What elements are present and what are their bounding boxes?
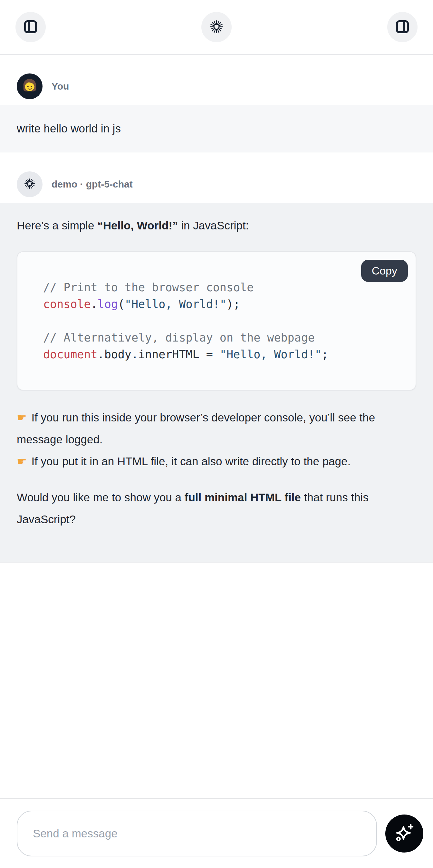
user-sender-label: You <box>52 81 69 92</box>
point-right-icon: ☛ <box>17 455 27 467</box>
composer-bar <box>0 798 433 868</box>
user-message-body: write hello world in js <box>0 105 433 152</box>
chat-scroll-spacer <box>0 563 433 798</box>
user-message-text: write hello world in js <box>17 122 121 135</box>
assistant-message-header: demo · gpt-5-chat <box>0 152 433 203</box>
code-line <box>43 313 390 329</box>
code-block: Copy // Print to the browser consolecons… <box>17 251 416 391</box>
person-emoji-icon <box>21 77 39 96</box>
assistant-message-body: Here’s a simple “Hello, World!” in JavaS… <box>0 203 433 563</box>
code-line: document.body.innerHTML = "Hello, World!… <box>43 346 390 363</box>
code-line: // Print to the browser console <box>43 279 390 296</box>
code-lines: // Print to the browser consoleconsole.l… <box>43 279 390 363</box>
sparkle-plus-icon <box>394 823 415 844</box>
starburst-icon <box>209 19 224 36</box>
note-line: ☛If you run this inside your browser’s d… <box>17 407 416 451</box>
panel-left-icon <box>23 19 38 35</box>
copy-code-button[interactable]: Copy <box>361 260 408 282</box>
note-text: If you run this inside your browser’s de… <box>17 411 375 445</box>
user-message-header: You <box>0 55 433 105</box>
assistant-question-text: Would you like me to show you a full min… <box>17 487 416 530</box>
message-input[interactable] <box>17 811 377 857</box>
point-right-icon: ☛ <box>17 411 27 424</box>
code-line: console.log("Hello, World!"); <box>43 296 390 313</box>
app-logo-button[interactable] <box>202 12 231 42</box>
assistant-intro-text: Here’s a simple “Hello, World!” in JavaS… <box>17 215 416 237</box>
panel-right-icon <box>395 19 410 35</box>
starburst-icon <box>23 177 36 191</box>
toggle-right-panel-button[interactable] <box>387 12 417 42</box>
code-line: // Alternatively, display on the webpage <box>43 329 390 346</box>
assistant-notes: ☛If you run this inside your browser’s d… <box>17 407 416 472</box>
assistant-avatar <box>17 172 42 197</box>
top-bar <box>0 0 433 55</box>
user-avatar <box>17 73 42 99</box>
note-line: ☛If you put it in an HTML file, it can a… <box>17 451 416 472</box>
code-content: // Print to the browser consoleconsole.l… <box>43 279 390 363</box>
note-text: If you put it in an HTML file, it can al… <box>31 455 350 467</box>
assistant-sender-label: demo · gpt-5-chat <box>52 179 133 190</box>
send-button[interactable] <box>385 814 423 852</box>
toggle-left-panel-button[interactable] <box>16 12 46 42</box>
